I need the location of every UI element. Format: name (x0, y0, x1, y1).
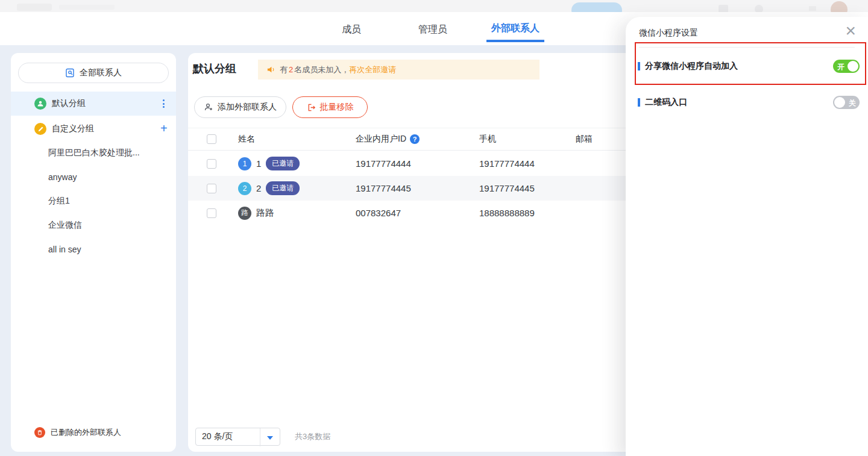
drawer-title: 微信小程序设置 (639, 28, 698, 39)
faded-breadcrumb (59, 5, 115, 10)
page-size-value: 20 条/页 (202, 431, 233, 442)
batch-remove-button[interactable]: 批量移除 (292, 96, 368, 118)
subgroup-label: 企业微信 (48, 220, 82, 231)
all-contacts-button[interactable]: 全部联系人 (18, 63, 169, 83)
group-label: 默认分组 (52, 98, 86, 109)
faded-logo (17, 4, 52, 11)
table-row[interactable]: 路 路路 007832647 18888888889 (188, 201, 674, 225)
sidebar-item-custom-group[interactable]: 自定义分组 + (11, 117, 176, 141)
row-checkbox[interactable] (207, 159, 216, 169)
contacts-sidebar: 全部联系人 默认分组 自定义分组 + 阿里巴巴白木胶处理批... anyway … (11, 53, 176, 452)
section-marker (638, 98, 640, 107)
toggle-knob (834, 97, 845, 108)
deleted-contacts-label: 已删除的外部联系人 (51, 427, 121, 438)
subgroup-label: anyway (48, 172, 77, 182)
header-name: 姓名 (238, 128, 255, 150)
person-icon (34, 98, 46, 110)
all-contacts-label: 全部联系人 (80, 67, 122, 78)
more-actions-icon[interactable] (163, 99, 165, 108)
toggle-state-label: 开 (837, 62, 844, 72)
pencil-icon (34, 123, 46, 135)
setting-label: 分享微信小程序自动加入 (645, 61, 738, 72)
setting-label: 二维码入口 (645, 97, 687, 108)
faded-toolbar-icon (755, 5, 763, 12)
page-size-select[interactable]: 20 条/页 (195, 428, 280, 446)
trash-icon (34, 427, 45, 438)
banner-text: 有2名成员未加入，再次全部邀请 (280, 64, 396, 75)
sidebar-subgroup[interactable]: anyway (11, 165, 176, 189)
invite-notice-banner: 有2名成员未加入，再次全部邀请 (258, 60, 539, 80)
sidebar-subgroup[interactable]: 阿里巴巴白木胶处理批... (11, 141, 176, 165)
divider (260, 428, 260, 446)
select-all-checkbox[interactable] (207, 134, 216, 144)
subgroup-label: 阿里巴巴白木胶处理批... (48, 148, 140, 158)
phone-value: 19177774445 (479, 176, 535, 201)
reinvite-all-link[interactable]: 再次全部邀请 (349, 65, 396, 74)
contact-name: 路路 (256, 207, 274, 219)
invited-badge: 已邀请 (266, 157, 300, 170)
total-count-label: 共3条数据 (295, 431, 330, 442)
table-header: 姓名 企业内用户ID ? 手机 邮箱 (188, 128, 674, 151)
add-button-label: 添加外部联系人 (218, 102, 277, 113)
user-id-value: 007832647 (356, 201, 401, 225)
contact-name: 1 (256, 158, 261, 169)
tab-external-contacts[interactable]: 外部联系人 (486, 17, 544, 42)
speaker-icon (266, 65, 275, 74)
setting-row-auto-join: 分享微信小程序自动加入 开 (626, 54, 868, 78)
tab-admins[interactable]: 管理员 (404, 17, 462, 42)
row-checkbox[interactable] (207, 184, 216, 193)
faded-toolbar-icon (719, 5, 728, 12)
add-group-icon[interactable]: + (160, 122, 168, 136)
pagination: 20 条/页 共3条数据 (195, 428, 330, 446)
add-person-icon (204, 102, 213, 112)
group-label: 自定义分组 (52, 123, 94, 134)
faded-top-toolbar (0, 0, 868, 12)
invited-badge: 已邀请 (266, 181, 300, 195)
row-checkbox[interactable] (207, 208, 216, 218)
toggle-state-label: 关 (849, 98, 856, 108)
sidebar-subgroup[interactable]: 分组1 (11, 189, 176, 213)
table-row[interactable]: 1 1 已邀请 19177774444 19177774444 (188, 151, 674, 176)
faded-toolbar-icon (809, 6, 816, 11)
phone-value: 19177774444 (479, 151, 535, 176)
faded-primary-button (571, 2, 622, 12)
group-content-panel: 默认分组 有2名成员未加入，再次全部邀请 添加外部联系人 批量移除 姓名 企业内… (188, 53, 674, 452)
faded-avatar (831, 1, 848, 12)
setting-row-qrcode-entry: 二维码入口 关 (626, 90, 868, 114)
subgroup-label: 分组1 (48, 196, 70, 207)
chevron-down-icon (267, 436, 273, 440)
page-title: 默认分组 (193, 61, 236, 76)
sidebar-item-default-group[interactable]: 默认分组 (11, 92, 176, 116)
divider (639, 47, 855, 48)
header-phone: 手机 (479, 128, 496, 150)
tab-members[interactable]: 成员 (330, 17, 373, 42)
table-row[interactable]: 2 2 已邀请 19177774445 19177774445 (188, 176, 674, 201)
avatar: 2 (238, 182, 251, 195)
user-id-value: 19177774444 (356, 151, 411, 176)
user-id-value: 19177774445 (356, 176, 411, 201)
close-icon[interactable]: × (845, 22, 856, 40)
contact-book-icon (65, 68, 75, 78)
sidebar-subgroup[interactable]: all in sey (11, 237, 176, 261)
remove-button-label: 批量移除 (320, 102, 354, 113)
deleted-contacts-item[interactable]: 已删除的外部联系人 (11, 424, 176, 441)
avatar: 1 (238, 157, 251, 170)
phone-value: 18888888889 (479, 201, 535, 225)
header-email: 邮箱 (576, 128, 593, 150)
subgroup-label: all in sey (48, 245, 81, 254)
add-external-contact-button[interactable]: 添加外部联系人 (194, 96, 286, 118)
sidebar-subgroup[interactable]: 企业微信 (11, 213, 176, 237)
toggle-knob (848, 61, 858, 72)
avatar: 路 (238, 207, 251, 220)
section-marker (638, 62, 640, 70)
miniprogram-settings-drawer: 微信小程序设置 × 分享微信小程序自动加入 开 二维码入口 关 (626, 17, 868, 456)
remove-export-icon (307, 103, 316, 112)
toggle-auto-join-on[interactable]: 开 (833, 60, 860, 73)
contact-name: 2 (256, 183, 261, 193)
uninvited-count: 2 (289, 65, 293, 74)
toggle-qrcode-off[interactable]: 关 (833, 96, 860, 109)
help-icon[interactable]: ? (410, 134, 420, 144)
header-user-id: 企业内用户ID ? (356, 128, 420, 150)
